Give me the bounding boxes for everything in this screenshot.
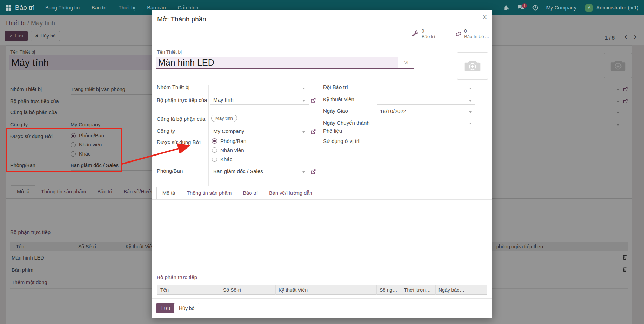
stat-count: 0 [422,28,435,34]
radio-icon[interactable] [212,157,217,162]
stat-label: Bảo trì bộ ... [464,34,489,40]
chevron-down-icon[interactable] [302,131,305,133]
modal-location-label: Sử dụng ở vị trí [323,138,360,144]
modal-team-label: Đội Bảo trì [323,84,348,90]
modal-technician-label: Kỹ thuật Viên [323,96,354,102]
menu-equipment[interactable]: Thiết bị [119,5,135,11]
modal-col-technician: Kỹ thuật Viên [275,285,374,295]
modal-group-label: Nhóm Thiết bị [157,84,189,90]
debug-bug-icon[interactable] [503,5,509,11]
modal-company-label: Công ty [157,128,175,134]
maintenance-set-stat-button[interactable]: 0Bảo trì bộ ... [452,26,492,42]
modal-radio-department-label: Phòng/Ban [220,138,246,144]
external-link-icon[interactable] [310,169,316,174]
modal-radio-other[interactable]: Khác [212,156,232,162]
modal-col-name: Tên [160,287,216,293]
user-name: Administrator (hr1) [596,5,638,11]
user-menu[interactable]: A Administrator (hr1) [585,4,638,12]
message-count-badge: 1 [522,3,527,8]
chevron-down-icon[interactable] [469,123,472,124]
many2many-tag: Máy tính [211,115,237,122]
chevron-down-icon[interactable] [302,100,305,102]
modal-col-next-maintenance: Ngày bảo t... [435,285,465,295]
modal-col-duration: Thời lượng ... [401,285,432,295]
modal-notebook-tabs: Mô tả Thông tin sản phẩm Bảo trì Bản vẽ/… [156,186,318,199]
modal-radio-department[interactable]: Phòng/Ban [212,138,246,144]
app-name[interactable]: Bảo trì [15,4,35,12]
modal-radio-other-label: Khác [220,156,232,162]
modal-parent-label: Bộ phận trực tiếp của [157,96,209,104]
modal-tab-maintenance[interactable]: Bảo trì [237,187,263,199]
modal-radio-employee-label: Nhân viên [220,147,244,153]
modal-discard-button[interactable]: Hủy bỏ [174,303,199,313]
modal-tab-drawings[interactable]: Bản vẽ/Hướng dẫn [263,187,318,199]
messages-icon[interactable]: 1 [517,5,524,11]
modal-tab-product-info[interactable]: Thông tin sản phẩm [181,187,237,199]
user-avatar: A [585,4,593,12]
activities-clock-icon[interactable] [532,5,538,11]
modal-save-button[interactable]: Lưu [156,303,175,313]
apps-grid-icon[interactable] [6,5,11,11]
modal-name-input[interactable]: Màn hình LED VI [156,57,414,69]
external-link-icon[interactable] [310,129,316,135]
modal-name-value: Màn hình LED [158,57,214,67]
wrench-icon [412,30,419,37]
camera-icon [464,59,481,73]
radio-icon[interactable] [212,147,217,153]
modal-section-title: Bộ phận trực tiếp [157,274,197,280]
modal-name-label: Tên Thiết bị [157,49,182,55]
modal-radio-employee[interactable]: Nhân viên [212,147,244,153]
maintenance-stat-button[interactable]: 0Bảo trì [408,26,452,42]
menu-dashboard[interactable]: Bảng Thông tin [45,5,80,11]
menu-maintenance[interactable]: Bảo trì [92,5,107,11]
modal-also-label: Cũng là bộ phận của [157,116,205,122]
component-modal: Mở: Thành phần × 0Bảo trì 0Bảo trì bộ ..… [152,10,492,318]
text-cursor [215,58,215,67]
company-switcher[interactable]: My Company [546,5,576,11]
ticket-icon [456,31,461,37]
red-highlight-box [6,128,122,172]
modal-col-serial: Số Sê-ri [220,285,273,295]
translation-badge[interactable]: VI [398,57,414,68]
external-link-icon[interactable] [310,97,316,103]
modal-assigned-date-label: Ngày Giao [323,108,348,114]
modal-title: Mở: Thành phần [157,15,206,23]
chevron-down-icon[interactable] [469,111,472,113]
modal-col-days: Số ngày ... [376,285,398,295]
stat-count: 0 [464,28,489,34]
chevron-down-icon[interactable] [469,100,472,102]
modal-table-header: Tên Số Sê-ri Kỹ thuật Viên Số ngày ... T… [157,285,487,295]
stat-label: Bảo trì [422,34,435,40]
radio-selected-icon[interactable] [212,138,217,144]
close-icon[interactable]: × [482,13,487,21]
modal-equipment-photo-placeholder[interactable] [457,52,488,80]
modal-tab-content-empty [157,202,487,273]
modal-department-label: Phòng/Ban [157,168,183,174]
modal-used-by-label: Được sử dụng Bởi [157,139,201,145]
chevron-down-icon[interactable] [469,88,472,89]
chevron-down-icon[interactable] [302,171,305,173]
modal-scrap-date-label: Ngày Chuyển thành Phế liệu [323,119,376,135]
chevron-down-icon[interactable] [302,88,305,89]
modal-tab-description[interactable]: Mô tả [156,187,181,199]
